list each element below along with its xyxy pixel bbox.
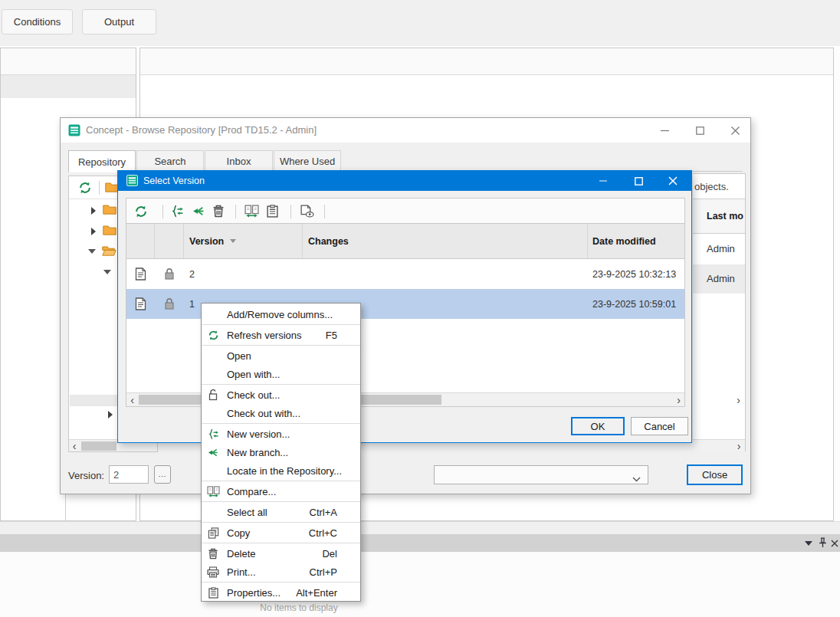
tab-where-used[interactable]: Where Used <box>274 150 341 172</box>
browse-dialog-title: Concept - Browse Repository [Prod TD15.2… <box>86 118 317 143</box>
close-icon[interactable] <box>829 537 840 550</box>
background-left-panel-row <box>1 75 136 98</box>
dock-panel-header[interactable] <box>0 534 840 552</box>
list-horizontal-scrollbar[interactable]: › <box>693 439 746 451</box>
menu-item-new-branch[interactable]: New branch... <box>202 443 360 461</box>
tree-collapse-icon[interactable] <box>88 249 96 254</box>
folder-open-icon[interactable] <box>102 246 116 258</box>
tree-row-band <box>70 395 118 406</box>
compare-icon <box>202 486 225 497</box>
menu-item-properties[interactable]: Properties... Alt+Enter <box>202 583 360 602</box>
menu-item-copy[interactable]: Copy Ctrl+C <box>202 523 360 542</box>
scroll-right-icon[interactable]: › <box>673 393 684 406</box>
column-header-type[interactable] <box>126 224 155 258</box>
new-version-icon[interactable] <box>171 205 184 218</box>
cancel-button[interactable]: Cancel <box>631 417 688 435</box>
menu-separator <box>202 501 360 502</box>
menu-item-check-out[interactable]: Check out... <box>202 386 360 404</box>
minimize-icon[interactable] <box>651 118 678 143</box>
menu-item-add-remove-columns[interactable]: Add/Remove columns... <box>202 305 360 323</box>
menu-item-refresh-versions[interactable]: Refresh versions F5 <box>202 326 360 344</box>
pin-icon[interactable] <box>817 537 828 549</box>
conditions-button[interactable]: Conditions <box>2 9 73 34</box>
browse-dialog-titlebar[interactable]: Concept - Browse Repository [Prod TD15.2… <box>61 118 750 143</box>
copy-icon <box>202 527 225 539</box>
column-header-date-modified[interactable]: Date modified <box>588 224 684 258</box>
tab-inbox[interactable]: Inbox <box>205 150 273 172</box>
list-item[interactable]: Admin <box>693 234 745 264</box>
ok-button-label: OK <box>591 421 605 432</box>
refresh-icon[interactable] <box>78 181 92 197</box>
compare-icon[interactable] <box>244 205 259 218</box>
maximize-icon[interactable] <box>624 171 653 191</box>
menu-separator <box>202 522 360 523</box>
maximize-icon[interactable] <box>686 118 714 143</box>
menu-item-delete[interactable]: Delete Del <box>202 544 360 563</box>
tree-expand-icon[interactable] <box>91 207 96 215</box>
scroll-left-icon[interactable]: ‹ <box>126 393 138 406</box>
select-version-titlebar[interactable]: Select Version <box>118 171 691 191</box>
close-button[interactable]: Close <box>687 464 743 485</box>
lock-open-icon <box>202 389 225 401</box>
document-icon <box>126 259 155 289</box>
tab-search[interactable]: Search <box>136 150 204 172</box>
menu-item-locate-in-repository[interactable]: Locate in the Repository... <box>202 461 360 480</box>
close-icon[interactable] <box>658 171 688 191</box>
delete-icon[interactable] <box>212 205 225 218</box>
menu-item-print[interactable]: Print... Ctrl+P <box>202 563 360 581</box>
chevron-down-icon[interactable] <box>803 537 814 550</box>
folder-icon[interactable] <box>103 225 116 238</box>
tab-inbox-label: Inbox <box>227 156 251 167</box>
menu-item-check-out-with[interactable]: Check out with... <box>202 404 360 422</box>
preview-icon[interactable] <box>300 205 314 218</box>
print-icon <box>202 566 225 578</box>
refresh-icon <box>202 330 225 341</box>
version-toolbar <box>126 198 685 224</box>
output-button[interactable]: Output <box>82 9 156 34</box>
column-header-version[interactable]: Version <box>184 224 303 258</box>
version-cell: 2 <box>184 259 303 289</box>
version-input[interactable] <box>109 465 149 484</box>
date-modified-cell: 23-9-2025 10:59:01 <box>588 289 684 319</box>
menu-item-select-all[interactable]: Select all Ctrl+A <box>202 503 360 521</box>
table-row-version-2[interactable]: 2 23-9-2025 10:32:13 <box>126 259 684 289</box>
scrollbar-thumb[interactable] <box>81 441 116 451</box>
properties-icon <box>202 587 225 599</box>
scroll-right-icon[interactable]: › <box>737 394 740 406</box>
cancel-button-label: Cancel <box>644 421 674 432</box>
menu-item-open[interactable]: Open <box>202 346 360 365</box>
empty-list-message: No items to display <box>218 602 379 613</box>
ok-button[interactable]: OK <box>571 417 625 435</box>
column-header-last-modified[interactable]: Last mo <box>693 199 745 234</box>
tree-collapse-icon[interactable] <box>103 270 111 274</box>
clipboard-icon[interactable] <box>267 205 278 218</box>
tree-expand-icon[interactable] <box>108 411 113 418</box>
scroll-right-icon[interactable]: › <box>733 440 744 451</box>
menu-item-new-version[interactable]: New version... <box>202 425 360 443</box>
menu-item-compare[interactable]: Compare... <box>202 482 360 500</box>
close-button-label: Close <box>702 469 727 481</box>
app-icon <box>68 124 80 139</box>
tab-repository-label: Repository <box>78 156 126 168</box>
column-header-changes[interactable]: Changes <box>303 224 588 258</box>
new-branch-icon <box>202 447 225 458</box>
menu-item-open-with[interactable]: Open with... <box>202 365 360 383</box>
tab-repository[interactable]: Repository <box>68 150 136 172</box>
changes-cell <box>303 259 588 289</box>
background-panel-divider <box>65 494 66 521</box>
minimize-icon[interactable] <box>589 171 618 191</box>
refresh-icon[interactable] <box>134 205 148 218</box>
context-menu: Add/Remove columns... Refresh versions F… <box>201 303 361 602</box>
close-icon[interactable] <box>721 118 749 143</box>
object-combobox[interactable] <box>434 465 648 484</box>
conditions-button-label: Conditions <box>14 16 61 28</box>
tree-expand-icon[interactable] <box>91 228 96 235</box>
new-branch-icon[interactable] <box>192 205 205 218</box>
list-item[interactable]: Admin <box>693 264 745 294</box>
scroll-left-icon[interactable]: ‹ <box>69 440 80 451</box>
lock-icon <box>155 259 184 289</box>
browse-version-button[interactable]: ... <box>154 465 171 484</box>
output-button-label: Output <box>104 16 134 28</box>
folder-icon[interactable] <box>103 205 116 217</box>
column-header-lock[interactable] <box>155 224 184 258</box>
